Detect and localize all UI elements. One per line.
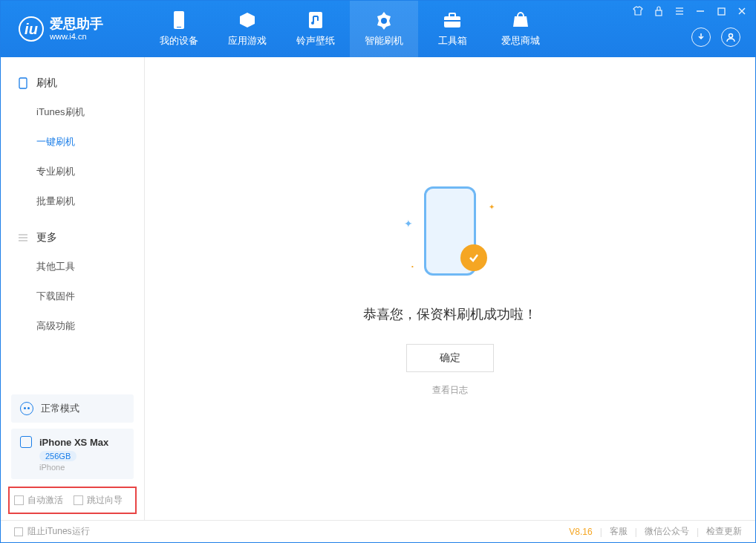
main-content: ✦✦• 恭喜您，保资料刷机成功啦！ 确定 查看日志: [145, 57, 755, 520]
svg-rect-0: [174, 11, 184, 29]
checkbox-label: 跳过向导: [87, 494, 123, 507]
checkbox-auto-activate[interactable]: 自动激活: [14, 494, 63, 507]
user-icon[interactable]: [721, 27, 740, 47]
svg-rect-2: [309, 12, 322, 28]
logo-area: iu 爱思助手 www.i4.cn: [1, 16, 145, 42]
version-label: V8.16: [569, 527, 592, 537]
sidebar-group-flash: 刷机: [1, 69, 144, 97]
mode-card[interactable]: 正常模式: [11, 394, 134, 423]
nav-tab-apps[interactable]: 应用游戏: [213, 1, 281, 57]
svg-point-3: [311, 22, 314, 25]
sidebar-group-more: 更多: [1, 224, 144, 252]
sidebar-item-advanced[interactable]: 高级功能: [1, 311, 144, 341]
nav-tab-label: 爱思商城: [501, 34, 540, 48]
svg-rect-13: [718, 8, 725, 15]
device-name: iPhone XS Max: [39, 437, 108, 448]
nav-tab-label: 铃声壁纸: [296, 34, 335, 48]
ok-button[interactable]: 确定: [406, 344, 494, 372]
sidebar-group-label: 刷机: [36, 77, 57, 90]
device-icon: [169, 10, 189, 30]
phone-icon: [17, 77, 29, 89]
window-controls: [632, 5, 748, 17]
checkmark-badge-icon: [460, 244, 487, 271]
svg-rect-7: [444, 20, 460, 22]
device-type: iPhone: [39, 463, 125, 472]
support-link[interactable]: 客服: [610, 525, 628, 538]
nav-tab-flash[interactable]: 智能刷机: [350, 1, 418, 57]
menu-icon[interactable]: [674, 5, 685, 17]
footer-bar: 阻止iTunes运行 V8.16 | 客服 | 微信公众号 | 检查更新: [1, 520, 755, 542]
sidebar-item-itunes-flash[interactable]: iTunes刷机: [1, 97, 144, 127]
lock-icon[interactable]: [653, 5, 665, 17]
svg-rect-1: [177, 27, 181, 27]
svg-point-17: [729, 34, 733, 38]
sidebar-item-other-tools[interactable]: 其他工具: [1, 252, 144, 282]
checkbox-icon: [74, 495, 83, 505]
checkbox-icon: [14, 527, 23, 536]
app-logo-icon: iu: [19, 16, 44, 42]
nav-tab-my-device[interactable]: 我的设备: [145, 1, 213, 57]
success-title: 恭喜您，保资料刷机成功啦！: [363, 305, 537, 323]
checkbox-label: 阻止iTunes运行: [27, 525, 90, 538]
checkbox-icon: [14, 495, 24, 505]
toolbox-icon: [443, 10, 462, 30]
download-icon[interactable]: [691, 27, 711, 47]
tshirt-icon[interactable]: [632, 5, 644, 17]
nav-tab-ringtone[interactable]: 铃声壁纸: [281, 1, 350, 57]
mode-label: 正常模式: [41, 402, 79, 415]
check-update-link[interactable]: 检查更新: [706, 525, 742, 538]
store-icon: [511, 10, 530, 30]
device-capacity: 256GB: [39, 451, 76, 461]
nav-tab-label: 工具箱: [438, 34, 467, 48]
normal-mode-icon: [20, 402, 33, 415]
apps-icon: [238, 10, 257, 30]
list-icon: [17, 232, 29, 244]
wechat-link[interactable]: 微信公众号: [645, 525, 689, 538]
minimize-button[interactable]: [694, 5, 706, 17]
nav-tab-store[interactable]: 爱思商城: [486, 1, 555, 57]
sidebar-item-oneclick-flash[interactable]: 一键刷机: [1, 127, 144, 157]
ringtone-icon: [306, 10, 325, 30]
device-card[interactable]: iPhone XS Max 256GB iPhone: [11, 429, 134, 479]
svg-point-4: [381, 18, 387, 24]
title-bar: iu 爱思助手 www.i4.cn 我的设备 应用游戏 铃声壁纸 智能刷机 工具…: [1, 1, 755, 57]
nav-tab-label: 应用游戏: [228, 34, 267, 48]
checkbox-skip-guide[interactable]: 跳过向导: [74, 494, 123, 507]
svg-rect-8: [656, 10, 662, 16]
nav-tab-label: 我的设备: [160, 34, 198, 48]
device-phone-icon: [20, 436, 32, 448]
flash-options-highlight: 自动激活 跳过向导: [8, 487, 137, 514]
svg-rect-6: [449, 13, 455, 17]
nav-tabs: 我的设备 应用游戏 铃声壁纸 智能刷机 工具箱 爱思商城: [145, 1, 555, 57]
svg-rect-18: [19, 78, 27, 88]
app-title: 爱思助手: [50, 17, 103, 32]
app-url: www.i4.cn: [50, 32, 103, 41]
flash-icon: [374, 10, 394, 30]
sidebar: 刷机 iTunes刷机 一键刷机 专业刷机 批量刷机 更多 其他工具 下载固件 …: [1, 57, 145, 520]
nav-tab-label: 智能刷机: [365, 34, 403, 48]
svg-rect-5: [444, 16, 460, 27]
sidebar-item-batch-flash[interactable]: 批量刷机: [1, 186, 144, 216]
view-log-link[interactable]: 查看日志: [432, 384, 468, 397]
sidebar-group-label: 更多: [36, 231, 57, 244]
checkbox-label: 自动激活: [27, 494, 63, 507]
checkbox-block-itunes[interactable]: 阻止iTunes运行: [14, 525, 90, 538]
success-illustration: ✦✦•: [398, 181, 502, 284]
sidebar-item-download-firmware[interactable]: 下载固件: [1, 282, 144, 311]
maximize-button[interactable]: [715, 5, 727, 17]
close-button[interactable]: [736, 5, 748, 17]
nav-tab-toolbox[interactable]: 工具箱: [418, 1, 486, 57]
sidebar-item-pro-flash[interactable]: 专业刷机: [1, 157, 144, 186]
